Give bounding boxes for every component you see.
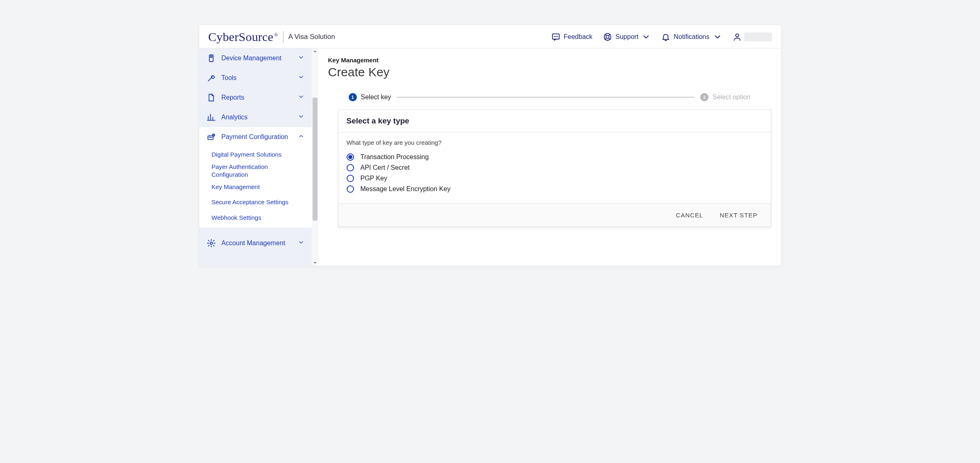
radio-pgp-key[interactable]: PGP Key [347, 173, 763, 184]
payment-config-icon [207, 132, 216, 141]
step-1-number: 1 [349, 93, 357, 101]
card-footer: CANCEL NEXT STEP [338, 203, 771, 226]
chevron-down-icon [713, 32, 722, 41]
card-prompt: What type of key are you creating? [347, 139, 763, 146]
sidebar-item-label: Device Management [222, 55, 292, 62]
bell-icon [661, 32, 670, 41]
chevron-down-icon [298, 239, 304, 247]
sidebar-scrollbar[interactable] [312, 48, 318, 266]
subnav-secure-acceptance-settings[interactable]: Secure Acceptance Settings [212, 196, 312, 208]
user-name-placeholder [744, 32, 772, 41]
svg-point-5 [606, 35, 609, 38]
svg-point-2 [556, 36, 556, 37]
brand-block: CyberSource® A Visa Solution [208, 30, 335, 44]
radio-label: API Cert / Secret [361, 164, 410, 171]
breadcrumb: Key Management [328, 57, 771, 64]
sidebar-item-account-management[interactable]: Account Management [199, 233, 312, 253]
svg-rect-8 [210, 56, 212, 58]
app-window: CyberSource® A Visa Solution Feedback Su… [199, 25, 781, 266]
chevron-down-icon [298, 94, 304, 102]
sidebar-item-device-management[interactable]: Device Management [199, 48, 312, 68]
main-content: Key Management Create Key 1 Select key 2… [318, 48, 781, 266]
brand-subtitle: A Visa Solution [288, 33, 335, 41]
sidebar-item-analytics[interactable]: Analytics [199, 107, 312, 127]
wizard-stepper: 1 Select key 2 Select option [328, 93, 771, 109]
subnav-webhook-settings[interactable]: Webhook Settings [212, 212, 312, 224]
svg-point-6 [736, 34, 738, 37]
card-title: Select a key type [338, 110, 771, 132]
sidebar-item-label: Reports [222, 94, 292, 101]
step-2: 2 Select option [700, 93, 751, 101]
radio-label: PGP Key [361, 175, 388, 182]
subnav-payer-authentication-configuration[interactable]: Payer Authentication Configuration [212, 161, 290, 181]
radio-icon [347, 175, 354, 182]
scroll-down-arrow-icon[interactable] [312, 261, 318, 265]
app-header: CyberSource® A Visa Solution Feedback Su… [199, 25, 781, 48]
user-icon [733, 32, 742, 41]
sidebar-item-reports[interactable]: Reports [199, 88, 312, 107]
next-step-button[interactable]: NEXT STEP [717, 211, 760, 219]
radio-label: Transaction Processing [361, 153, 429, 161]
step-2-label: Select option [713, 94, 751, 101]
sidebar-item-label: Payment Configuration [222, 133, 292, 141]
step-1: 1 Select key [349, 93, 391, 101]
radio-transaction-processing[interactable]: Transaction Processing [347, 152, 763, 162]
step-1-label: Select key [361, 94, 391, 101]
wrench-icon [207, 73, 216, 82]
sidebar-item-tools[interactable]: Tools [199, 68, 312, 88]
chevron-down-icon [298, 113, 304, 121]
sidebar-item-payment-configuration[interactable]: Payment Configuration [199, 127, 312, 147]
svg-point-1 [554, 36, 555, 37]
chevron-up-icon [298, 133, 304, 141]
file-icon [207, 93, 216, 102]
user-menu[interactable] [733, 32, 772, 41]
app-body: Device Management Tools Reports Analytic… [199, 48, 781, 266]
registered-mark: ® [274, 32, 278, 38]
brand-divider [283, 31, 283, 43]
notifications-label: Notifications [674, 33, 709, 41]
feedback-link[interactable]: Feedback [551, 32, 592, 41]
sidebar: Device Management Tools Reports Analytic… [199, 48, 318, 266]
feedback-icon [551, 32, 560, 41]
radio-message-level-encryption-key[interactable]: Message Level Encryption Key [347, 184, 763, 194]
scrollbar-thumb[interactable] [313, 98, 318, 221]
svg-point-11 [210, 242, 212, 244]
brand-logo: CyberSource® [208, 30, 278, 44]
svg-point-3 [557, 36, 557, 37]
step-2-number: 2 [700, 93, 708, 101]
device-icon [207, 54, 216, 63]
card-body: What type of key are you creating? Trans… [338, 132, 771, 203]
chevron-down-icon [642, 32, 651, 41]
gear-icon [207, 239, 216, 248]
subnav-digital-payment-solutions[interactable]: Digital Payment Solutions [212, 148, 312, 161]
key-type-card: Select a key type What type of key are y… [338, 109, 771, 227]
notifications-link[interactable]: Notifications [661, 32, 722, 41]
support-label: Support [615, 33, 638, 41]
support-link[interactable]: Support [603, 32, 651, 41]
feedback-label: Feedback [564, 33, 592, 41]
radio-label: Message Level Encryption Key [361, 185, 451, 193]
support-icon [603, 32, 612, 41]
brand-name: CyberSource [208, 30, 274, 43]
page-title: Create Key [328, 65, 771, 79]
subnav-key-management[interactable]: Key Management [212, 181, 312, 193]
radio-api-cert-secret[interactable]: API Cert / Secret [347, 162, 763, 173]
chevron-down-icon [298, 74, 304, 82]
sidebar-item-label: Analytics [222, 114, 292, 121]
analytics-icon [207, 113, 216, 122]
sidebar-item-label: Tools [222, 74, 292, 82]
step-connector [397, 97, 694, 98]
radio-icon [347, 185, 354, 193]
cancel-button[interactable]: CANCEL [674, 211, 706, 219]
header-actions: Feedback Support Notifications [551, 32, 772, 41]
sidebar-item-label: Account Management [222, 239, 292, 247]
radio-icon [347, 153, 354, 161]
chevron-down-icon [298, 54, 304, 62]
radio-icon [347, 164, 354, 171]
scroll-up-arrow-icon[interactable] [312, 49, 318, 53]
sidebar-subnav: Digital Payment Solutions Payer Authenti… [199, 147, 312, 228]
